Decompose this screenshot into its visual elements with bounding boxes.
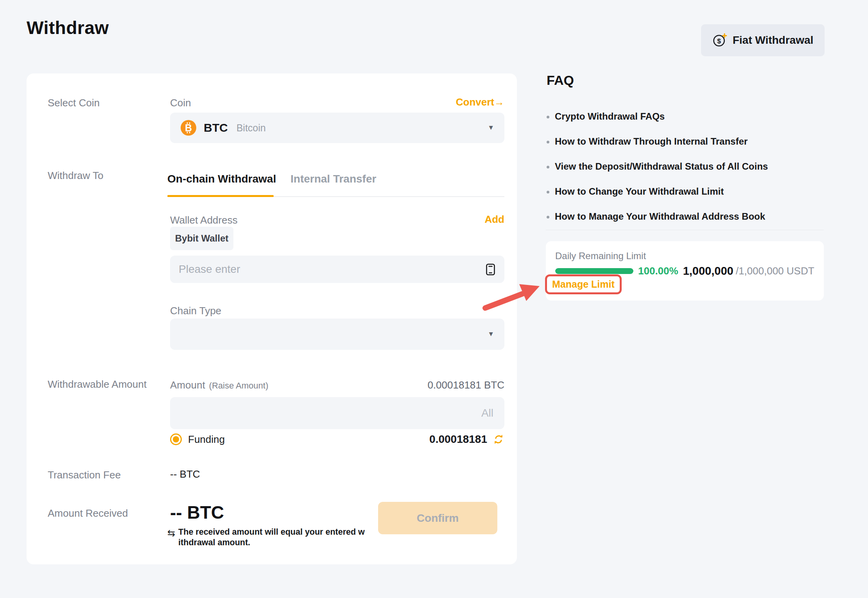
tab-internal-transfer[interactable]: Internal Transfer [291, 173, 376, 185]
coin-name: Bitcoin [237, 122, 266, 134]
bullet-icon [547, 191, 549, 193]
amount-sublabel: (Raise Amount) [209, 381, 269, 391]
faq-link-change-limit[interactable]: How to Change Your Withdrawal Limit [547, 186, 724, 197]
faq-link-crypto-withdrawal[interactable]: Crypto Withdrawal FAQs [547, 111, 665, 122]
transaction-fee-value: -- BTC [170, 468, 200, 480]
bitcoin-icon: B [180, 120, 197, 136]
faq-link-deposit-status[interactable]: View the Deposit/Withdrawal Status of Al… [547, 161, 768, 172]
coin-select-dropdown[interactable]: B BTC Bitcoin ▼ [170, 113, 504, 143]
wallet-address-input-wrap [170, 256, 504, 283]
transaction-fee-label: Transaction Fee [48, 469, 121, 481]
limit-used-value: 1,000,000 [683, 265, 733, 278]
page-title: Withdraw [27, 17, 109, 38]
chevron-down-icon: ▼ [488, 124, 494, 132]
address-book-icon[interactable] [485, 263, 496, 276]
bullet-icon [547, 216, 549, 218]
fiat-withdrawal-label: Fiat Withdrawal [733, 34, 814, 47]
dollar-circle-plus-icon: $ [712, 33, 727, 48]
funding-account-row: Funding 0.00018181 [170, 431, 504, 447]
active-tab-underline [167, 195, 274, 197]
chain-type-label: Chain Type [170, 305, 221, 317]
radio-dot [173, 436, 179, 442]
withdraw-form-card: Select Coin Coin Convert→ B BTC Bitcoin … [27, 73, 517, 564]
fiat-withdrawal-button[interactable]: $ Fiat Withdrawal [701, 24, 825, 56]
coin-field-label: Coin [170, 97, 191, 109]
faq-link-address-book[interactable]: How to Manage Your Withdrawal Address Bo… [547, 211, 765, 222]
add-address-link[interactable]: Add [484, 213, 504, 226]
chevron-down-icon: ▼ [488, 330, 494, 338]
manage-limit-link[interactable]: Manage Limit [552, 279, 615, 290]
annotation-highlight-box: Manage Limit [545, 274, 622, 294]
wallet-address-label: Wallet Address [170, 214, 237, 226]
confirm-button[interactable]: Confirm [378, 502, 497, 534]
faq-divider [546, 230, 824, 230]
svg-text:$: $ [717, 38, 721, 45]
limit-percent: 100.00% [638, 265, 678, 277]
svg-text:B: B [185, 122, 192, 133]
bybit-wallet-chip[interactable]: Bybit Wallet [170, 227, 233, 250]
withdrawable-amount-section-label: Withdrawable Amount [48, 378, 147, 390]
arrow-right-icon: → [494, 96, 504, 108]
select-coin-section-label: Select Coin [48, 97, 100, 109]
withdraw-to-section-label: Withdraw To [48, 170, 104, 182]
bullet-icon [547, 116, 549, 118]
amount-field-label: Amount (Raise Amount) [170, 379, 268, 391]
faq-title: FAQ [547, 73, 574, 88]
amount-received-note: ⇆ The received amount will equal your en… [167, 527, 371, 548]
amount-received-value: -- BTC [170, 502, 224, 523]
limit-total-value: /1,000,000 USDT [736, 265, 814, 277]
funding-radio[interactable] [170, 433, 182, 445]
funding-label: Funding [188, 433, 225, 446]
funding-balance-value: 0.00018181 [429, 433, 487, 446]
tab-onchain-withdrawal[interactable]: On-chain Withdrawal [167, 173, 276, 185]
chain-type-dropdown[interactable]: ▼ [170, 319, 504, 350]
refresh-icon[interactable] [493, 433, 504, 445]
coin-symbol: BTC [204, 121, 228, 134]
wallet-address-input[interactable] [179, 256, 485, 283]
bullet-icon [547, 141, 549, 143]
amount-input[interactable] [170, 397, 504, 429]
amount-received-label: Amount Received [48, 507, 128, 519]
convert-link[interactable]: Convert→ [456, 96, 504, 108]
bullet-icon [547, 166, 549, 168]
daily-limit-label: Daily Remaining Limit [555, 251, 646, 261]
limit-progress-bar [555, 268, 633, 274]
faq-link-internal-transfer[interactable]: How to Withdraw Through Internal Transfe… [547, 136, 748, 147]
limit-progress-fill [555, 268, 633, 274]
transfer-arrows-icon: ⇆ [167, 528, 175, 548]
available-amount-value: 0.00018181 BTC [427, 379, 504, 391]
withdraw-page: Withdraw $ Fiat Withdrawal Select Coin C… [0, 0, 868, 598]
